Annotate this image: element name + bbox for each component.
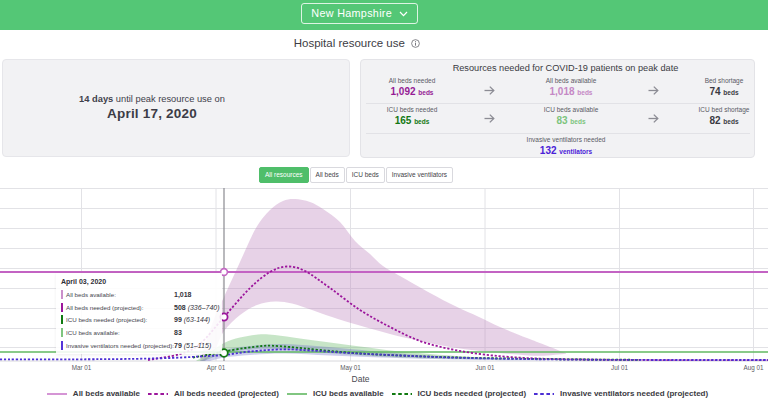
svg-text:Mar 01: Mar 01: [72, 364, 92, 371]
svg-text:Jun 01: Jun 01: [476, 364, 495, 371]
svg-text:Apr 01: Apr 01: [207, 364, 226, 372]
svg-text:May 01: May 01: [340, 364, 361, 372]
svg-text:Jul 01: Jul 01: [611, 364, 628, 371]
svg-text:Aug 01: Aug 01: [744, 364, 764, 372]
svg-text:Date: Date: [352, 374, 370, 384]
